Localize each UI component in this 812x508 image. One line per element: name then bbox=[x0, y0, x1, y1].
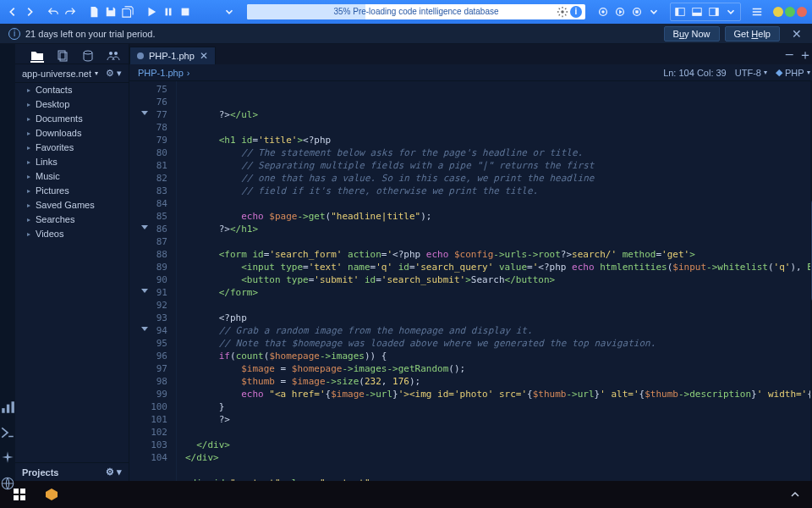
app-taskbar-icon[interactable] bbox=[36, 483, 68, 506]
chart-icon[interactable] bbox=[0, 400, 15, 415]
code-line[interactable]: // Separating multiple fields with a pip… bbox=[185, 159, 812, 172]
tree-item[interactable]: ▸Links bbox=[15, 155, 129, 169]
cursor-position[interactable]: Ln: 104 Col: 39 bbox=[663, 68, 727, 78]
tree-item[interactable]: ▸Downloads bbox=[15, 126, 129, 141]
code-line[interactable] bbox=[185, 235, 812, 248]
code-line[interactable]: <form id='search_form' action='<?php ech… bbox=[185, 248, 812, 261]
tree-item[interactable]: ▸Favorites bbox=[15, 141, 129, 155]
code-content[interactable]: ?></ul> <h1 id='title'><?php // The stat… bbox=[177, 81, 812, 481]
minimize-panel-icon[interactable]: – bbox=[786, 47, 793, 64]
code-line[interactable] bbox=[185, 299, 812, 312]
play-icon[interactable] bbox=[144, 4, 159, 19]
code-line[interactable] bbox=[185, 121, 812, 134]
language[interactable]: ◆ PHP ▾ bbox=[776, 67, 810, 78]
code-line[interactable] bbox=[185, 464, 812, 477]
connection-row[interactable]: app-universe.net ▾ ⚙ ▾ bbox=[15, 64, 129, 83]
sparkle-icon[interactable] bbox=[0, 450, 15, 466]
code-line[interactable]: } bbox=[185, 400, 812, 413]
layout-bottom-icon[interactable] bbox=[689, 4, 705, 19]
close-tab-icon[interactable]: ✕ bbox=[200, 50, 208, 62]
breadcrumb-file[interactable]: PHP-1.php bbox=[138, 68, 184, 78]
database-tab-icon[interactable] bbox=[81, 49, 95, 63]
projects-panel[interactable]: Projects ⚙ ▾ bbox=[15, 462, 129, 481]
code-line[interactable]: ?></h1> bbox=[185, 223, 812, 235]
files-tab-icon[interactable] bbox=[56, 49, 69, 63]
code-line[interactable]: <h1 id='title'><?php bbox=[185, 134, 812, 146]
code-line[interactable]: <?php bbox=[185, 312, 812, 324]
code-line[interactable]: $image = $homepage->images->getRandom(); bbox=[185, 362, 812, 375]
code-line[interactable]: ?> bbox=[185, 413, 812, 426]
code-line[interactable]: </div> bbox=[185, 439, 812, 451]
tree-item[interactable]: ▸Saved Games bbox=[15, 198, 129, 213]
record-icon[interactable] bbox=[595, 4, 611, 19]
close-icon[interactable]: ✕ bbox=[790, 27, 804, 41]
tree-item[interactable]: ▸Music bbox=[15, 169, 129, 184]
minimize-icon[interactable] bbox=[773, 7, 783, 17]
buy-now-button[interactable]: Buy Now bbox=[664, 26, 720, 41]
code-line[interactable]: <div id="content" class="content"> bbox=[185, 477, 812, 481]
code-line[interactable]: echo "<a href='{$image->url}'><img id='p… bbox=[185, 388, 812, 400]
svg-rect-0 bbox=[166, 8, 168, 16]
encoding[interactable]: UTF-8 ▾ bbox=[735, 68, 767, 78]
gear-icon[interactable] bbox=[557, 6, 568, 18]
code-line[interactable]: </div> bbox=[185, 451, 812, 464]
gear-icon[interactable]: ⚙ ▾ bbox=[106, 467, 122, 478]
code-line[interactable] bbox=[185, 426, 812, 439]
users-tab-icon[interactable] bbox=[107, 49, 120, 63]
code-line[interactable]: <button type='submit' id='search_submit'… bbox=[185, 273, 812, 286]
folder-tab-icon[interactable] bbox=[30, 49, 44, 63]
code-line[interactable]: <input type='text' name='q' id='search_q… bbox=[185, 261, 812, 273]
menu-icon[interactable] bbox=[749, 4, 765, 19]
svg-rect-25 bbox=[20, 489, 25, 494]
tray-up-icon[interactable] bbox=[787, 483, 804, 506]
code-line[interactable]: // one that has a value. So in this case… bbox=[185, 172, 812, 185]
tree-item[interactable]: ▸Pictures bbox=[15, 184, 129, 198]
tree-item[interactable]: ▸Documents bbox=[15, 112, 129, 126]
terminal-icon[interactable] bbox=[0, 425, 15, 440]
dropdown-toolbar-icon[interactable] bbox=[222, 4, 237, 19]
code-line[interactable]: if(count($homepage->images)) { bbox=[185, 350, 812, 362]
fold-icon[interactable] bbox=[141, 111, 148, 115]
tree-item[interactable]: ▸Desktop bbox=[15, 97, 129, 112]
start-button[interactable] bbox=[3, 483, 36, 506]
rec2-icon[interactable] bbox=[629, 4, 645, 19]
fold-icon[interactable] bbox=[141, 289, 148, 293]
tree-item[interactable]: ▸Contacts bbox=[15, 83, 129, 97]
stop-icon[interactable] bbox=[178, 4, 193, 19]
code-line[interactable]: // The statement below asks for the page… bbox=[185, 146, 812, 159]
get-help-button[interactable]: Get Help bbox=[725, 26, 780, 41]
fold-icon[interactable] bbox=[141, 327, 148, 331]
new-file-icon[interactable] bbox=[86, 4, 102, 19]
info-icon[interactable]: i bbox=[570, 6, 582, 18]
tree-item[interactable]: ▸Videos bbox=[15, 227, 129, 241]
undo-icon[interactable] bbox=[46, 4, 61, 19]
svg-rect-14 bbox=[716, 8, 719, 16]
code-line[interactable]: // Grab a random image from the homepage… bbox=[185, 324, 812, 337]
code-line[interactable]: </form> bbox=[185, 286, 812, 299]
caret-right-icon: ▸ bbox=[27, 171, 32, 182]
code-line[interactable]: // Note that $homepage was loaded above … bbox=[185, 337, 812, 350]
step-icon[interactable] bbox=[612, 4, 628, 19]
save-all-icon[interactable] bbox=[120, 4, 135, 19]
maximize-icon[interactable] bbox=[785, 7, 795, 17]
add-tab-icon[interactable]: ＋ bbox=[798, 47, 812, 64]
layout-right-icon[interactable] bbox=[706, 4, 721, 19]
forward-icon[interactable] bbox=[22, 4, 37, 19]
dropdown-icon[interactable] bbox=[646, 4, 661, 19]
layout-more-icon[interactable] bbox=[723, 4, 738, 19]
close-window-icon[interactable] bbox=[797, 7, 807, 17]
gear-icon[interactable]: ⚙ ▾ bbox=[106, 68, 122, 79]
editor-tab[interactable]: PHP-1.php ✕ bbox=[129, 47, 216, 64]
code-line[interactable]: $thumb = $image->size(232, 176); bbox=[185, 375, 812, 388]
layout-left-icon[interactable] bbox=[672, 4, 688, 19]
code-line[interactable]: echo $page->get("headline|title"); bbox=[185, 210, 812, 223]
pause-icon[interactable] bbox=[161, 4, 176, 19]
tree-item[interactable]: ▸Searches bbox=[15, 213, 129, 227]
code-line[interactable]: ?></ul> bbox=[185, 108, 812, 121]
code-line[interactable]: // field if it's there, otherwise we pri… bbox=[185, 185, 812, 197]
fold-icon[interactable] bbox=[141, 225, 148, 229]
back-icon[interactable] bbox=[5, 4, 20, 19]
save-icon[interactable] bbox=[103, 4, 118, 19]
redo-icon[interactable] bbox=[63, 4, 78, 19]
code-line[interactable] bbox=[185, 197, 812, 210]
